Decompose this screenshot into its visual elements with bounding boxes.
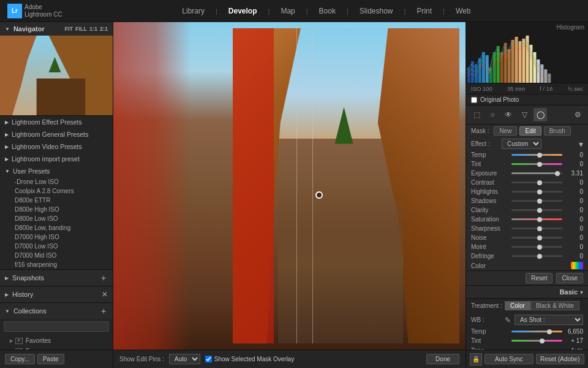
slider-shadows-thumb[interactable] — [537, 199, 542, 204]
mask-brush-button[interactable]: Brush — [544, 126, 571, 136]
slider-saturation-label: Saturation — [471, 216, 509, 223]
slider-highlights-track[interactable] — [511, 191, 562, 193]
basic-tint-thumb[interactable] — [540, 339, 545, 343]
nav-map[interactable]: Map — [279, 4, 296, 18]
nav-library[interactable]: Library — [181, 4, 206, 18]
slider-sharpness-thumb[interactable] — [537, 226, 542, 231]
photo-inner — [233, 28, 459, 343]
collection-favorites[interactable]: ▶ F Favorites — [0, 335, 113, 346]
close-button[interactable]: Close — [556, 273, 583, 283]
effect-dropdown-arrow[interactable]: ▾ — [579, 139, 583, 149]
show-mask-overlay-checkbox[interactable] — [205, 356, 212, 362]
snapshots-add-button[interactable]: + — [99, 274, 108, 282]
nav-print[interactable]: Print — [415, 4, 433, 18]
slider-temp-thumb[interactable] — [537, 153, 542, 158]
nav-develop[interactable]: Develop — [227, 4, 258, 18]
tool-radial[interactable]: ◯ — [533, 108, 547, 121]
preset-group-general[interactable]: ▶ Lightroom General Presets — [0, 128, 113, 140]
auto-sync-button[interactable]: Auto Sync — [484, 354, 533, 364]
slider-clarity-thumb[interactable] — [537, 208, 542, 213]
slider-tint-row: Tint 0 — [466, 159, 588, 169]
slider-moire-thumb[interactable] — [537, 245, 542, 250]
preset-d800e-high-iso[interactable]: D800e High ISO — [0, 205, 113, 214]
tool-crop[interactable]: ⬚ — [470, 108, 483, 121]
wb-eyedropper[interactable]: ✎ — [505, 316, 511, 324]
left-panel: ▼ Navigator FIT FILL 1:1 2:1 — [0, 22, 113, 368]
basic-temp-track[interactable] — [511, 331, 562, 332]
history-label: History — [12, 291, 33, 298]
history-header[interactable]: ▶ History ✕ — [0, 286, 113, 302]
slider-moire-row: Moiré 0 — [466, 242, 588, 251]
slider-shadows-track[interactable] — [511, 200, 562, 202]
wb-dropdown[interactable]: As Shot : — [514, 315, 583, 325]
treatment-bw-button[interactable]: Black & White — [530, 301, 579, 310]
collections-header[interactable]: ▼ Collections + — [0, 303, 113, 319]
slider-noise-track[interactable] — [511, 237, 562, 239]
basic-header[interactable]: Basic ▾ — [466, 286, 588, 299]
slider-temp-track[interactable] — [511, 154, 562, 156]
paste-button[interactable]: Paste — [37, 354, 64, 364]
fit-option-fit[interactable]: FIT — [64, 26, 73, 32]
slider-tint-thumb[interactable] — [537, 162, 542, 167]
slider-exposure-track[interactable] — [511, 172, 562, 174]
reset-adobe-button[interactable]: Reset (Adobe) — [536, 354, 585, 364]
basic-expand-icon[interactable]: ▾ — [580, 289, 583, 296]
slider-contrast-track[interactable] — [511, 182, 562, 183]
slider-defringe-track[interactable] — [511, 255, 562, 257]
mask-pin[interactable] — [315, 191, 323, 199]
basic-temp-thumb[interactable] — [547, 329, 552, 334]
slider-moire-track[interactable] — [511, 246, 562, 248]
preset-d7000-high-iso[interactable]: D7000 High ISO — [0, 232, 113, 242]
preset-drone-low-iso[interactable]: -Drone Low ISO — [0, 177, 113, 186]
mask-edit-button[interactable]: Edit — [519, 126, 541, 136]
tool-spot[interactable]: ○ — [486, 108, 499, 121]
slider-saturation-track[interactable] — [511, 218, 562, 220]
preset-d800e-ettr[interactable]: D800e ETTR — [0, 196, 113, 205]
slider-defringe-thumb[interactable] — [537, 254, 542, 259]
nav-slideshow[interactable]: Slideshow — [358, 4, 394, 18]
edit-pins-dropdown[interactable]: Auto — [169, 354, 200, 364]
navigator-header[interactable]: ▼ Navigator FIT FILL 1:1 2:1 — [0, 22, 113, 36]
done-button[interactable]: Done — [426, 354, 459, 364]
slider-tint-track[interactable] — [511, 163, 562, 165]
fit-option-1-1[interactable]: 1:1 — [89, 26, 97, 32]
slider-contrast-thumb[interactable] — [537, 180, 542, 185]
main-canvas[interactable] — [113, 22, 466, 350]
basic-tint-track[interactable] — [511, 340, 562, 342]
nav-web[interactable]: Web — [454, 4, 472, 18]
preset-group-user[interactable]: ▼ User Presets — [0, 165, 113, 177]
tool-graduated[interactable]: ▽ — [518, 108, 531, 121]
preset-group-video[interactable]: ▶ Lightroom Video Presets — [0, 140, 113, 153]
tool-redeye[interactable]: 👁 — [502, 108, 515, 121]
copy-button[interactable]: Copy... — [5, 354, 35, 364]
original-photo-checkbox[interactable] — [471, 97, 477, 103]
slider-exposure-thumb[interactable] — [555, 171, 560, 176]
tool-settings[interactable]: ⚙ — [571, 108, 584, 121]
snapshots-header[interactable]: ▶ Snapshots + — [0, 270, 113, 286]
preset-d800e-banding[interactable]: D800e Low, banding — [0, 223, 113, 232]
fit-option-2-1[interactable]: 2:1 — [100, 26, 108, 32]
preset-d7000-mid-iso[interactable]: D7000 Mid ISO — [0, 251, 113, 260]
slider-sharpness-track[interactable] — [511, 228, 562, 229]
slider-highlights-thumb[interactable] — [537, 190, 542, 194]
preset-d800e-low-iso[interactable]: D800e Low ISO — [0, 214, 113, 223]
effect-dropdown[interactable]: Custom — [502, 139, 541, 149]
auto-sync-lock-button[interactable]: 🔒 — [470, 353, 482, 366]
slider-saturation-thumb[interactable] — [537, 217, 542, 222]
slider-noise-thumb[interactable] — [537, 236, 542, 240]
slider-clarity-track[interactable] — [511, 209, 562, 211]
preset-group-import[interactable]: ▶ Lightroom import preset — [0, 153, 113, 165]
collections-add-button[interactable]: + — [99, 307, 108, 315]
preset-d7000-low-iso[interactable]: D7000 Low ISO — [0, 242, 113, 251]
preset-group-effect[interactable]: ▶ Lightroom Effect Presets — [0, 116, 113, 128]
nav-book[interactable]: Book — [318, 4, 337, 18]
reset-button[interactable]: Reset — [526, 273, 552, 283]
preset-coolpix[interactable]: Coolpix A 2.8 Corners — [0, 186, 113, 196]
collection-search-input[interactable] — [4, 321, 109, 332]
fit-option-fill[interactable]: FILL — [75, 26, 87, 32]
treatment-color-button[interactable]: Color — [505, 301, 530, 310]
basic-title: Basic — [560, 288, 578, 296]
preset-f16-sharpening[interactable]: f/16 sharpening — [0, 260, 113, 269]
history-close-button[interactable]: ✕ — [102, 290, 108, 299]
mask-new-button[interactable]: New — [494, 126, 517, 136]
